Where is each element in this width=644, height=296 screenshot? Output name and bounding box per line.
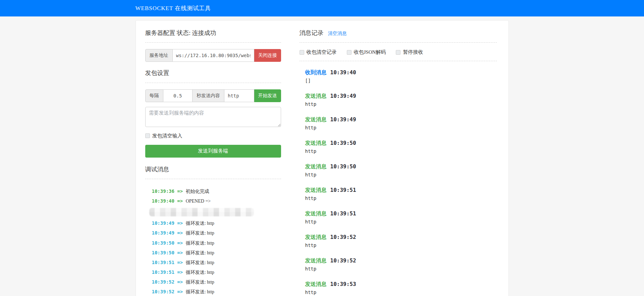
debug-message: 10:39:40 => OPENED => bbox=[152, 198, 281, 204]
log-item-time: 10:39:50 bbox=[330, 140, 356, 146]
divider bbox=[145, 83, 281, 83]
server-config-heading: 服务器配置 状态: 连接成功 bbox=[145, 29, 281, 37]
redacted-content bbox=[149, 208, 254, 216]
debug-message-arrow: => bbox=[174, 250, 186, 255]
debug-message-text: 循环发送: http bbox=[186, 289, 214, 294]
debug-message-arrow: => bbox=[174, 230, 186, 236]
log-item: 发送消息10:39:52http bbox=[305, 257, 497, 271]
debug-message-arrow: => bbox=[174, 240, 186, 246]
debug-message: 10:39:49 => 循环发送: http bbox=[152, 230, 281, 236]
debug-messages-title: 调试消息 bbox=[145, 166, 281, 173]
debug-message-arrow: => bbox=[174, 188, 186, 194]
debug-message: 10:39:51 => 循环发送: http bbox=[152, 269, 281, 275]
debug-message: 10:39:50 => 循环发送: http bbox=[152, 240, 281, 246]
log-item-header: 发送消息10:39:52 bbox=[305, 234, 497, 241]
debug-message: 10:39:36 => 初始化完成 bbox=[152, 188, 281, 194]
log-item-time: 10:39:51 bbox=[330, 187, 356, 193]
server-config-panel: 服务器配置 状态: 连接成功 服务地址 关闭连接 发包设置 每隔 秒发送内容 开… bbox=[145, 29, 281, 296]
log-item-content: http bbox=[305, 290, 497, 295]
debug-message-text: 循环发送: http bbox=[186, 250, 214, 255]
loop-send-group: 每隔 秒发送内容 开始发送 bbox=[145, 89, 281, 102]
divider bbox=[300, 42, 497, 43]
debug-message-text: 循环发送: http bbox=[186, 280, 214, 285]
debug-message-text: 循环发送: http bbox=[186, 241, 214, 246]
debug-message-time: 10:39:36 bbox=[152, 188, 174, 194]
debug-message-time: 10:39:50 bbox=[152, 250, 174, 255]
message-log-header: 消息记录 清空消息 bbox=[300, 29, 497, 37]
debug-message: 10:39:52 => 循环发送: http bbox=[152, 279, 281, 285]
server-address-label: 服务地址 bbox=[145, 49, 173, 62]
log-item-content: http bbox=[305, 149, 497, 154]
json-decode-checkbox[interactable] bbox=[347, 50, 352, 55]
server-config-title: 服务器配置 bbox=[145, 30, 175, 36]
divider bbox=[145, 42, 281, 43]
pause-receive-label: 暂停接收 bbox=[403, 49, 423, 55]
debug-message-text: 循环发送: http bbox=[186, 270, 214, 275]
interval-input[interactable] bbox=[163, 89, 193, 102]
log-item-header: 发送消息10:39:49 bbox=[305, 93, 497, 100]
log-item-header: 发送消息10:39:49 bbox=[305, 116, 497, 123]
log-item: 发送消息10:39:51http bbox=[305, 187, 497, 201]
send-content-textarea[interactable] bbox=[145, 107, 281, 127]
divider bbox=[145, 179, 281, 179]
log-item-label: 发送消息 bbox=[305, 281, 327, 287]
log-item: 发送消息10:39:52http bbox=[305, 234, 497, 248]
log-item-label: 发送消息 bbox=[305, 164, 327, 169]
debug-message-arrow: => bbox=[174, 198, 186, 204]
debug-message-time: 10:39:50 bbox=[152, 240, 174, 246]
main-card: 服务器配置 状态: 连接成功 服务地址 关闭连接 发包设置 每隔 秒发送内容 开… bbox=[136, 20, 509, 296]
message-log-list: 收到消息10:39:40[]发送消息10:39:49http发送消息10:39:… bbox=[300, 69, 497, 295]
debug-message-arrow: => bbox=[174, 220, 186, 226]
message-log-panel: 消息记录 清空消息 收包清空记录 收包JSON解码 暂停接收 收到消息10:39… bbox=[300, 29, 497, 296]
server-address-group: 服务地址 关闭连接 bbox=[145, 49, 281, 62]
debug-message-text: 循环发送: http bbox=[186, 230, 214, 236]
log-item-time: 10:39:49 bbox=[330, 93, 356, 99]
send-to-server-button[interactable]: 发送到服务端 bbox=[145, 145, 281, 158]
debug-message-time: 10:39:52 bbox=[152, 289, 174, 294]
clear-messages-link[interactable]: 清空消息 bbox=[328, 31, 347, 37]
connection-status: 状态: 连接成功 bbox=[177, 30, 216, 36]
loop-content-input[interactable] bbox=[224, 89, 254, 102]
log-item-header: 发送消息10:39:50 bbox=[305, 140, 497, 147]
divider bbox=[300, 61, 497, 61]
debug-message-arrow: => bbox=[174, 269, 186, 275]
log-item-header: 收到消息10:39:40 bbox=[305, 69, 497, 76]
log-options-row: 收包清空记录 收包JSON解码 暂停接收 bbox=[300, 49, 497, 55]
debug-message-arrow: => bbox=[174, 289, 186, 294]
start-send-button[interactable]: 开始发送 bbox=[254, 89, 281, 102]
debug-message-time: 10:39:49 bbox=[152, 220, 174, 226]
log-item-content: [] bbox=[305, 78, 497, 83]
server-address-input[interactable] bbox=[173, 49, 254, 62]
log-item-content: http bbox=[305, 243, 497, 248]
pause-receive-option[interactable]: 暂停接收 bbox=[396, 49, 423, 55]
json-decode-label: 收包JSON解码 bbox=[354, 49, 386, 55]
close-connection-button[interactable]: 关闭连接 bbox=[254, 49, 281, 62]
log-item-label: 发送消息 bbox=[305, 234, 327, 240]
debug-message-arrow: => bbox=[174, 279, 186, 285]
debug-message: 10:39:49 => 循环发送: http bbox=[152, 220, 281, 226]
log-item-time: 10:39:50 bbox=[330, 163, 356, 170]
log-item-content: http bbox=[305, 219, 497, 224]
log-item-time: 10:39:40 bbox=[330, 69, 356, 76]
debug-message: 10:39:52 => 循环发送: http bbox=[152, 289, 281, 295]
pause-receive-checkbox[interactable] bbox=[396, 50, 400, 55]
debug-message: 10:39:50 => 循环发送: http bbox=[152, 250, 281, 256]
debug-message-arrow: => bbox=[174, 260, 186, 265]
log-item-time: 10:39:49 bbox=[330, 116, 356, 123]
interval-unit-label: 秒发送内容 bbox=[193, 89, 224, 102]
clear-on-receive-checkbox[interactable] bbox=[300, 50, 304, 55]
clear-on-receive-option[interactable]: 收包清空记录 bbox=[300, 49, 337, 55]
clear-input-checkbox-label[interactable]: 发包清空输入 bbox=[152, 133, 182, 139]
clear-input-checkbox-row: 发包清空输入 bbox=[145, 133, 281, 139]
json-decode-option[interactable]: 收包JSON解码 bbox=[347, 49, 386, 55]
debug-message-time: 10:39:51 bbox=[152, 260, 174, 265]
log-item: 发送消息10:39:53http bbox=[305, 281, 497, 295]
log-item-content: http bbox=[305, 125, 497, 130]
log-item-header: 发送消息10:39:50 bbox=[305, 163, 497, 170]
log-item-label: 发送消息 bbox=[305, 140, 327, 146]
debug-message-time: 10:39:40 bbox=[152, 198, 174, 204]
clear-input-checkbox[interactable] bbox=[145, 133, 150, 138]
log-item-content: http bbox=[305, 266, 497, 271]
log-item-time: 10:39:52 bbox=[330, 234, 356, 240]
debug-message: 10:39:51 => 循环发送: http bbox=[152, 260, 281, 265]
